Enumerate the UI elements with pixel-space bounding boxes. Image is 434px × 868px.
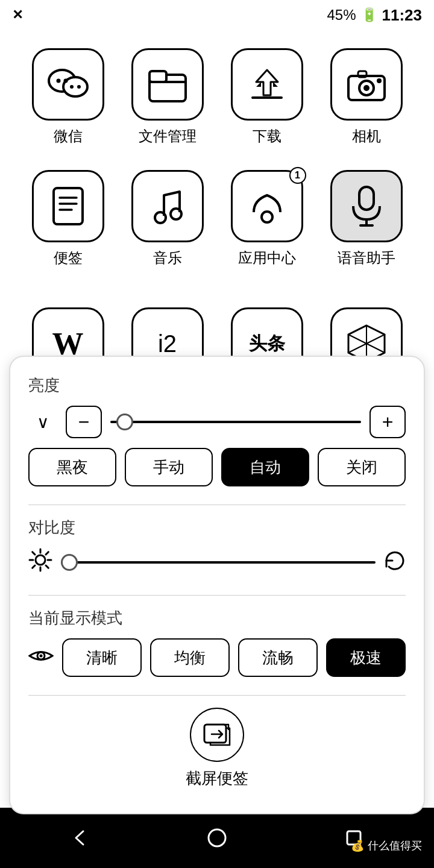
smooth-mode-button[interactable]: 流畅 <box>238 638 318 677</box>
status-bar: ✕ 45% 🔋 11:23 <box>0 0 434 30</box>
app-music[interactable]: 音乐 <box>118 170 217 268</box>
brightness-label: 亮度 <box>28 375 406 396</box>
app-appstore[interactable]: 1 应用中心 <box>217 170 316 268</box>
bottom-icon: 💰 <box>351 839 364 852</box>
notification-x-icon: ✕ <box>12 7 23 23</box>
brightness-section: 亮度 ∨ − + 黑夜 手动 自动 关闭 <box>28 375 406 486</box>
screenshot-label: 截屏便签 <box>186 768 248 789</box>
sun-icon <box>28 548 52 577</box>
app-wechat[interactable]: 微信 <box>18 48 118 146</box>
app-voice[interactable]: 语音助手 <box>316 170 416 268</box>
app-download[interactable]: 下载 <box>217 48 316 146</box>
svg-point-3 <box>63 79 68 83</box>
nav-bar: 💰 什么值得买 <box>0 808 434 868</box>
svg-rect-20 <box>359 187 374 210</box>
voice-icon <box>330 170 403 242</box>
contrast-label: 对比度 <box>28 517 406 538</box>
svg-marker-8 <box>256 70 278 95</box>
svg-rect-7 <box>149 71 166 82</box>
app-files[interactable]: 文件管理 <box>118 48 217 146</box>
svg-point-17 <box>155 212 166 223</box>
voice-label: 语音助手 <box>338 248 395 268</box>
svg-line-26 <box>33 552 35 555</box>
svg-point-13 <box>363 85 370 91</box>
home-button[interactable] <box>199 820 235 856</box>
files-icon <box>131 48 204 121</box>
app-camera[interactable]: 相机 <box>316 48 416 146</box>
notes-label: 便签 <box>54 248 83 268</box>
display-mode-label: 当前显示模式 <box>28 608 406 629</box>
camera-icon <box>330 48 403 121</box>
svg-line-29 <box>33 565 35 568</box>
eye-icon <box>28 646 54 670</box>
music-icon <box>131 170 204 242</box>
svg-point-4 <box>70 85 74 89</box>
contrast-section: 对比度 <box>28 517 406 577</box>
contrast-row <box>28 548 406 577</box>
svg-rect-16 <box>54 188 83 224</box>
divider-2 <box>28 595 406 596</box>
brightness-slider[interactable] <box>110 421 361 423</box>
svg-point-33 <box>209 829 225 846</box>
download-label: 下载 <box>253 127 281 146</box>
manual-mode-button[interactable]: 手动 <box>125 448 213 486</box>
divider-3 <box>28 695 406 696</box>
camera-label: 相机 <box>352 127 381 146</box>
back-button[interactable] <box>62 820 98 856</box>
battery-icon: 🔋 <box>361 7 377 23</box>
brightness-decrease-button[interactable]: − <box>66 406 102 438</box>
display-mode-section: 当前显示模式 清晰 均衡 流畅 极速 <box>28 608 406 677</box>
app-grid-rows-1-2: 微信 文件管理 下载 <box>0 36 434 280</box>
display-mode-row: 清晰 均衡 流畅 极速 <box>28 638 406 677</box>
appstore-label: 应用中心 <box>238 248 296 268</box>
download-icon <box>231 48 303 121</box>
contrast-thumb[interactable] <box>61 554 78 571</box>
divider-1 <box>28 505 406 505</box>
screenshot-button[interactable] <box>190 708 244 762</box>
off-mode-button[interactable]: 关闭 <box>318 448 406 486</box>
bottom-label: 💰 什么值得买 <box>351 838 422 853</box>
svg-point-31 <box>40 654 43 657</box>
bottom-text: 什么值得买 <box>368 838 422 853</box>
brightness-mode-buttons: 黑夜 手动 自动 关闭 <box>28 448 406 486</box>
battery-percentage: 45% <box>327 7 356 24</box>
svg-rect-14 <box>358 71 366 77</box>
svg-point-21 <box>36 555 45 565</box>
clock: 11:23 <box>382 6 423 25</box>
wechat-label: 微信 <box>54 127 83 146</box>
collapse-button[interactable]: ∨ <box>28 407 57 436</box>
svg-line-28 <box>46 552 48 555</box>
svg-point-2 <box>56 79 60 83</box>
files-label: 文件管理 <box>139 127 197 146</box>
music-label: 音乐 <box>153 248 182 268</box>
turbo-mode-button[interactable]: 极速 <box>326 638 406 677</box>
refresh-icon[interactable] <box>384 550 406 576</box>
settings-panel: 亮度 ∨ − + 黑夜 手动 自动 关闭 对比度 <box>9 356 425 814</box>
clear-mode-button[interactable]: 清晰 <box>62 638 142 677</box>
brightness-thumb[interactable] <box>116 414 133 430</box>
contrast-slider[interactable] <box>61 561 376 564</box>
brightness-increase-button[interactable]: + <box>370 406 406 438</box>
svg-line-27 <box>46 565 48 568</box>
svg-point-19 <box>262 212 272 222</box>
svg-point-15 <box>377 78 382 83</box>
notification-icons: ✕ <box>12 7 23 23</box>
appstore-badge: 1 <box>289 167 306 184</box>
night-mode-button[interactable]: 黑夜 <box>28 448 116 486</box>
auto-mode-button[interactable]: 自动 <box>221 448 309 486</box>
app-notes[interactable]: 便签 <box>18 170 118 268</box>
balanced-mode-button[interactable]: 均衡 <box>150 638 230 677</box>
wechat-icon <box>32 48 104 121</box>
brightness-row: ∨ − + <box>28 406 406 438</box>
status-right: 45% 🔋 11:23 <box>327 6 422 25</box>
svg-point-5 <box>77 85 81 89</box>
appstore-icon: 1 <box>231 170 303 242</box>
screenshot-section: 截屏便签 <box>28 708 406 789</box>
notes-icon <box>32 170 104 242</box>
svg-point-18 <box>171 209 181 219</box>
